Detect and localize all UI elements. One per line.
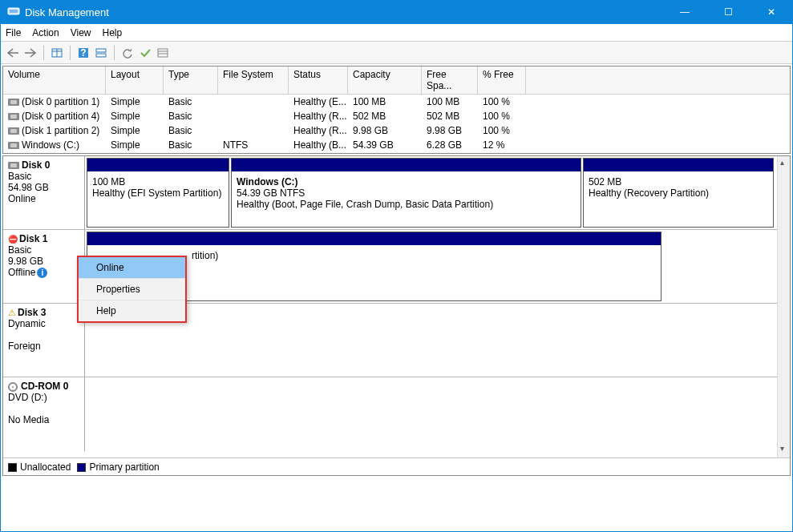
col-volume[interactable]: Volume	[3, 66, 106, 94]
menu-item-properties[interactable]: Properties	[79, 279, 185, 300]
volume-row[interactable]: (Disk 0 partition 4) Simple Basic Health…	[3, 109, 790, 123]
col-filesystem[interactable]: File System	[218, 66, 289, 94]
layout-icon[interactable]	[94, 46, 108, 60]
offline-icon	[8, 233, 19, 244]
svg-rect-7	[96, 49, 106, 52]
disk-info[interactable]: Disk 0 Basic 54.98 GB Online	[3, 156, 85, 229]
window-title: Disk Management	[25, 6, 670, 18]
maximize-button[interactable]: ☐	[714, 6, 742, 18]
disk-info[interactable]: CD-ROM 0 DVD (D:) No Media	[3, 377, 85, 451]
menu-view[interactable]: View	[71, 27, 91, 38]
svg-text:?: ?	[80, 47, 86, 58]
col-pctfree[interactable]: % Free	[478, 66, 526, 94]
menubar: File Action View Help	[1, 24, 792, 42]
disk-map: 100 MBHealthy (EFI System Partition) Win…	[85, 156, 790, 229]
svg-rect-1	[10, 10, 18, 13]
disk-map-panel: Disk 0 Basic 54.98 GB Online 100 MBHealt…	[2, 155, 791, 476]
volume-icon	[8, 142, 19, 149]
titlebar: Disk Management — ☐ ✕	[1, 0, 792, 24]
partition[interactable]: 502 MBHealthy (Recovery Partition)	[583, 158, 774, 228]
col-type[interactable]: Type	[164, 66, 218, 94]
info-icon[interactable]: i	[37, 268, 47, 278]
col-status[interactable]: Status	[289, 66, 348, 94]
minimize-button[interactable]: —	[670, 6, 699, 18]
menu-item-online[interactable]: Online	[79, 257, 185, 279]
partition[interactable]: 100 MBHealthy (EFI System Partition)	[87, 158, 229, 228]
legend-primary: Primary partition	[77, 461, 159, 473]
volume-icon	[8, 99, 19, 106]
disk-info[interactable]: Disk 1 Basic 9.98 GB Offlinei	[3, 230, 85, 303]
check-icon[interactable]	[138, 46, 152, 60]
volume-row[interactable]: (Disk 0 partition 1) Simple Basic Health…	[3, 95, 790, 109]
cdrom-icon	[8, 382, 18, 392]
partition-bar	[87, 159, 229, 171]
context-menu: Online Properties Help	[77, 256, 187, 323]
disk-info[interactable]: Disk 3 Dynamic Foreign	[3, 304, 85, 377]
forward-icon[interactable]	[23, 46, 38, 60]
disk-map: rtition)	[85, 230, 790, 303]
partition-bar	[232, 159, 581, 171]
warning-icon	[8, 307, 18, 318]
col-capacity[interactable]: Capacity	[348, 66, 422, 94]
disk-row-cdrom: CD-ROM 0 DVD (D:) No Media	[3, 377, 790, 451]
svg-rect-9	[158, 49, 168, 57]
volume-icon	[8, 113, 19, 120]
menu-action[interactable]: Action	[32, 27, 59, 38]
disk-row-1: Disk 1 Basic 9.98 GB Offlinei rtition) O…	[3, 230, 790, 304]
volume-row[interactable]: Windows (C:) Simple Basic NTFS Healthy (…	[3, 138, 790, 152]
volume-row[interactable]: (Disk 1 partition 2) Simple Basic Health…	[3, 123, 790, 138]
col-layout[interactable]: Layout	[106, 66, 164, 94]
menu-help[interactable]: Help	[103, 27, 123, 38]
col-free[interactable]: Free Spa...	[422, 66, 478, 94]
volume-list: Volume Layout Type File System Status Ca…	[2, 66, 791, 154]
volume-icon	[8, 127, 19, 135]
partition-bar	[584, 159, 773, 171]
legend: Unallocated Primary partition	[3, 457, 790, 475]
svg-rect-8	[96, 54, 106, 57]
partition-bar	[87, 232, 661, 245]
app-icon	[7, 5, 20, 20]
disk-row-0: Disk 0 Basic 54.98 GB Online 100 MBHealt…	[3, 156, 790, 230]
volume-list-header: Volume Layout Type File System Status Ca…	[3, 66, 790, 95]
help-icon[interactable]: ?	[76, 46, 91, 60]
partition[interactable]: Windows (C:)54.39 GB NTFSHealthy (Boot, …	[231, 158, 581, 228]
grid-icon[interactable]	[50, 46, 64, 60]
back-icon[interactable]	[6, 46, 20, 60]
close-button[interactable]: ✕	[757, 6, 786, 18]
refresh-icon[interactable]	[120, 46, 135, 60]
menu-file[interactable]: File	[6, 27, 21, 38]
toolbar: ?	[1, 42, 792, 64]
list-icon[interactable]	[156, 46, 170, 60]
disk-icon	[8, 162, 19, 169]
vertical-scrollbar[interactable]	[777, 156, 790, 475]
disk-map	[85, 377, 790, 451]
menu-item-help[interactable]: Help	[79, 300, 185, 321]
legend-unallocated: Unallocated	[8, 461, 71, 473]
col-spacer	[526, 66, 790, 94]
disk-map	[85, 304, 790, 377]
